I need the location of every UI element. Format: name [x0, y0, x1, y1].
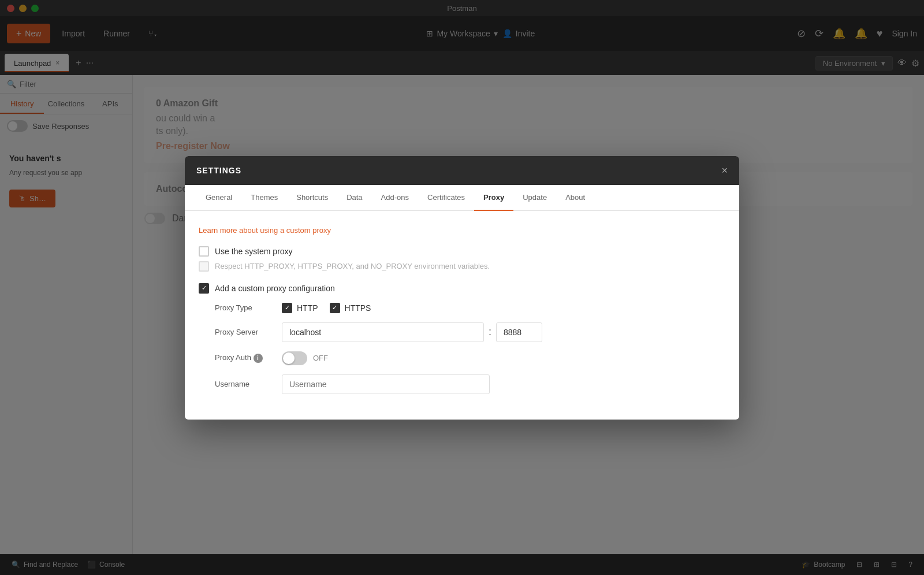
https-checkbox[interactable] [330, 303, 340, 313]
custom-proxy-option: Add a custom proxy configuration Proxy T… [199, 283, 725, 394]
tab-data[interactable]: Data [337, 185, 371, 211]
proxy-auth-row: Proxy Auth i OFF [215, 351, 725, 365]
https-label: HTTPS [345, 303, 371, 313]
http-label: HTTP [297, 303, 318, 313]
proxy-port-input[interactable] [496, 322, 542, 342]
modal-header: SETTINGS × [185, 156, 739, 185]
proxy-server-inputs: : [282, 322, 542, 342]
proxy-username-label: Username [215, 380, 273, 388]
https-option: HTTPS [330, 303, 371, 313]
tab-general[interactable]: General [196, 185, 241, 211]
system-proxy-option: Use the system proxy Respect HTTP_PROXY,… [199, 246, 725, 272]
proxy-auth-info-icon: i [254, 354, 263, 363]
proxy-config: Proxy Type HTTP HTTPS [215, 303, 725, 394]
proxy-username-row: Username [215, 374, 725, 394]
tab-update[interactable]: Update [513, 185, 556, 211]
system-proxy-sub-label: Respect HTTP_PROXY, HTTPS_PROXY, and NO_… [215, 262, 490, 270]
tab-certificates[interactable]: Certificates [418, 185, 474, 211]
tab-addons[interactable]: Add-ons [372, 185, 418, 211]
proxy-username-input[interactable] [282, 374, 490, 394]
system-proxy-checkbox[interactable] [199, 246, 209, 257]
proxy-auth-label: Proxy Auth i [215, 353, 273, 363]
proxy-type-options: HTTP HTTPS [282, 303, 371, 313]
modal-close-button[interactable]: × [721, 165, 728, 176]
proxy-auth-toggle[interactable] [282, 351, 307, 365]
learn-more-link[interactable]: Learn more about using a custom proxy [199, 226, 331, 235]
modal-title: SETTINGS [196, 166, 241, 175]
proxy-server-row: Proxy Server : [215, 322, 725, 342]
proxy-type-label: Proxy Type [215, 303, 273, 312]
proxy-type-row: Proxy Type HTTP HTTPS [215, 303, 725, 313]
custom-proxy-label: Add a custom proxy configuration [215, 284, 335, 293]
http-proxy-env-checkbox [199, 261, 209, 272]
http-checkbox[interactable] [282, 303, 292, 313]
proxy-colon: : [489, 326, 491, 338]
system-proxy-label: Use the system proxy [215, 247, 293, 256]
custom-proxy-row: Add a custom proxy configuration [199, 283, 725, 294]
modal-overlay[interactable]: SETTINGS × General Themes Shortcuts Data… [0, 0, 924, 575]
proxy-auth-toggle-row: OFF [282, 351, 328, 365]
tab-shortcuts[interactable]: Shortcuts [287, 185, 337, 211]
proxy-auth-off-label: OFF [313, 354, 328, 362]
custom-proxy-checkbox[interactable] [199, 283, 209, 294]
tab-proxy[interactable]: Proxy [474, 185, 513, 211]
settings-modal: SETTINGS × General Themes Shortcuts Data… [185, 156, 739, 420]
proxy-server-label: Proxy Server [215, 328, 273, 336]
system-proxy-sub-row: Respect HTTP_PROXY, HTTPS_PROXY, and NO_… [199, 261, 725, 272]
system-proxy-row: Use the system proxy [199, 246, 725, 257]
modal-body: Learn more about using a custom proxy Us… [185, 211, 739, 420]
http-option: HTTP [282, 303, 318, 313]
tab-about[interactable]: About [556, 185, 594, 211]
modal-tabs: General Themes Shortcuts Data Add-ons Ce… [185, 185, 739, 211]
tab-themes[interactable]: Themes [241, 185, 287, 211]
proxy-server-input[interactable] [282, 322, 484, 342]
